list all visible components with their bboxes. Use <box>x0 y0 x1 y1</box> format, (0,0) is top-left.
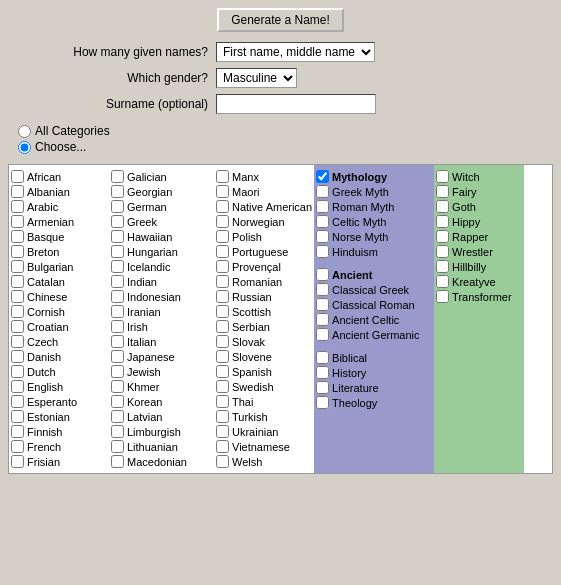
list-item: Ukrainian <box>216 425 312 438</box>
maori-checkbox[interactable] <box>216 185 229 198</box>
lithuanian-checkbox[interactable] <box>111 440 124 453</box>
native-american-checkbox[interactable] <box>216 200 229 213</box>
rapper-checkbox[interactable] <box>436 230 449 243</box>
latvian-checkbox[interactable] <box>111 410 124 423</box>
icelandic-checkbox[interactable] <box>111 260 124 273</box>
choose-label[interactable]: Choose... <box>35 140 86 154</box>
estonian-checkbox[interactable] <box>11 410 24 423</box>
german-checkbox[interactable] <box>111 200 124 213</box>
armenian-checkbox[interactable] <box>11 215 24 228</box>
turkish-checkbox[interactable] <box>216 410 229 423</box>
albanian-checkbox[interactable] <box>11 185 24 198</box>
georgian-checkbox[interactable] <box>111 185 124 198</box>
goth-checkbox[interactable] <box>436 200 449 213</box>
ancient-checkbox[interactable] <box>316 268 329 281</box>
portuguese-checkbox[interactable] <box>216 245 229 258</box>
galician-checkbox[interactable] <box>111 170 124 183</box>
japanese-checkbox[interactable] <box>111 350 124 363</box>
macedonian-checkbox[interactable] <box>111 455 124 468</box>
generate-btn-row: Generate a Name! <box>8 8 553 32</box>
mythology-checkbox[interactable] <box>316 170 329 183</box>
danish-checkbox[interactable] <box>11 350 24 363</box>
literature-checkbox[interactable] <box>316 381 329 394</box>
choose-radio[interactable] <box>18 141 31 154</box>
romanian-checkbox[interactable] <box>216 275 229 288</box>
list-item: Frisian <box>11 455 107 468</box>
finnish-checkbox[interactable] <box>11 425 24 438</box>
khmer-checkbox[interactable] <box>111 380 124 393</box>
all-categories-radio[interactable] <box>18 125 31 138</box>
catalan-checkbox[interactable] <box>11 275 24 288</box>
slovene-checkbox[interactable] <box>216 350 229 363</box>
indonesian-checkbox[interactable] <box>111 290 124 303</box>
norwegian-checkbox[interactable] <box>216 215 229 228</box>
jewish-checkbox[interactable] <box>111 365 124 378</box>
list-item: Portuguese <box>216 245 312 258</box>
korean-checkbox[interactable] <box>111 395 124 408</box>
list-item: Theology <box>316 396 432 409</box>
african-checkbox[interactable] <box>11 170 24 183</box>
arabic-checkbox[interactable] <box>11 200 24 213</box>
kreatyve-checkbox[interactable] <box>436 275 449 288</box>
slovak-checkbox[interactable] <box>216 335 229 348</box>
ukrainian-checkbox[interactable] <box>216 425 229 438</box>
greek-checkbox[interactable] <box>111 215 124 228</box>
gender-select[interactable]: Masculine Feminine <box>216 68 297 88</box>
hinduism-checkbox[interactable] <box>316 245 329 258</box>
scottish-checkbox[interactable] <box>216 305 229 318</box>
french-checkbox[interactable] <box>11 440 24 453</box>
vietnamese-checkbox[interactable] <box>216 440 229 453</box>
frisian-checkbox[interactable] <box>11 455 24 468</box>
celtic-myth-checkbox[interactable] <box>316 215 329 228</box>
wrestler-checkbox[interactable] <box>436 245 449 258</box>
list-item: Lithuanian <box>111 440 212 453</box>
irish-checkbox[interactable] <box>111 320 124 333</box>
biblical-checkbox[interactable] <box>316 351 329 364</box>
indian-checkbox[interactable] <box>111 275 124 288</box>
hippy-checkbox[interactable] <box>436 215 449 228</box>
croatian-checkbox[interactable] <box>11 320 24 333</box>
italian-checkbox[interactable] <box>111 335 124 348</box>
list-item: Croatian <box>11 320 107 333</box>
classical-greek-checkbox[interactable] <box>316 283 329 296</box>
list-item: Classical Greek <box>316 283 432 296</box>
given-names-select[interactable]: First name, middle name First name only … <box>216 42 375 62</box>
iranian-checkbox[interactable] <box>111 305 124 318</box>
bulgarian-checkbox[interactable] <box>11 260 24 273</box>
ancient-celtic-checkbox[interactable] <box>316 313 329 326</box>
all-categories-label[interactable]: All Categories <box>35 124 110 138</box>
swedish-checkbox[interactable] <box>216 380 229 393</box>
roman-myth-checkbox[interactable] <box>316 200 329 213</box>
welsh-checkbox[interactable] <box>216 455 229 468</box>
theology-checkbox[interactable] <box>316 396 329 409</box>
surname-input[interactable] <box>216 94 376 114</box>
hungarian-checkbox[interactable] <box>111 245 124 258</box>
generate-button[interactable]: Generate a Name! <box>217 8 344 32</box>
esperanto-checkbox[interactable] <box>11 395 24 408</box>
dutch-checkbox[interactable] <box>11 365 24 378</box>
norse-myth-checkbox[interactable] <box>316 230 329 243</box>
english-checkbox[interactable] <box>11 380 24 393</box>
manx-checkbox[interactable] <box>216 170 229 183</box>
classical-roman-checkbox[interactable] <box>316 298 329 311</box>
transformer-checkbox[interactable] <box>436 290 449 303</box>
provencal-checkbox[interactable] <box>216 260 229 273</box>
hillbilly-checkbox[interactable] <box>436 260 449 273</box>
polish-checkbox[interactable] <box>216 230 229 243</box>
fairy-checkbox[interactable] <box>436 185 449 198</box>
greek-myth-checkbox[interactable] <box>316 185 329 198</box>
thai-checkbox[interactable] <box>216 395 229 408</box>
russian-checkbox[interactable] <box>216 290 229 303</box>
history-checkbox[interactable] <box>316 366 329 379</box>
cornish-checkbox[interactable] <box>11 305 24 318</box>
ancient-germanic-checkbox[interactable] <box>316 328 329 341</box>
czech-checkbox[interactable] <box>11 335 24 348</box>
witch-checkbox[interactable] <box>436 170 449 183</box>
spanish-checkbox[interactable] <box>216 365 229 378</box>
limburgish-checkbox[interactable] <box>111 425 124 438</box>
basque-checkbox[interactable] <box>11 230 24 243</box>
serbian-checkbox[interactable] <box>216 320 229 333</box>
hawaiian-checkbox[interactable] <box>111 230 124 243</box>
breton-checkbox[interactable] <box>11 245 24 258</box>
chinese-checkbox[interactable] <box>11 290 24 303</box>
